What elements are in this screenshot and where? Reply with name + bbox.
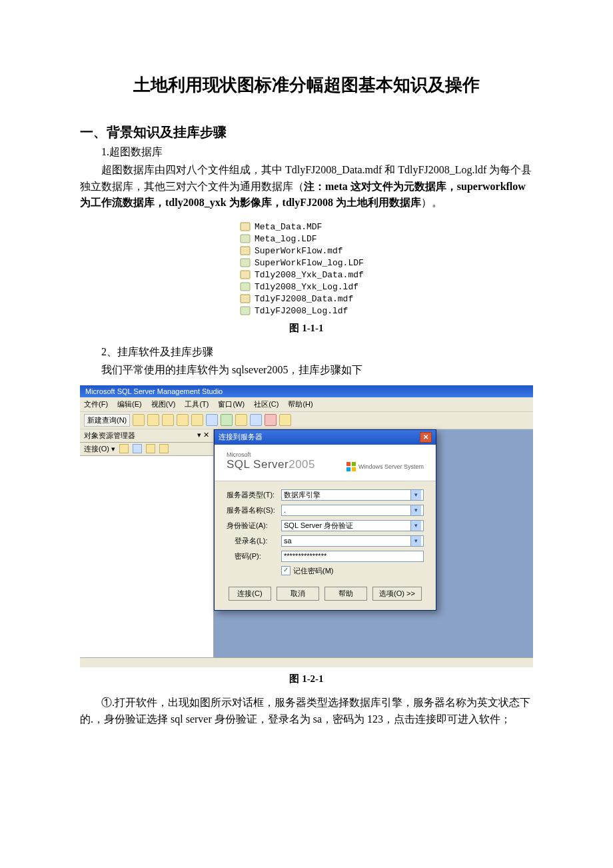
toolbar-icon[interactable] <box>279 414 291 426</box>
toolbar-icon[interactable] <box>265 414 277 426</box>
object-explorer-title: 对象资源管理器 <box>84 431 135 441</box>
doc-title: 土地利用现状图标准分幅超图基本知识及操作 <box>80 73 533 97</box>
toolbar-icon[interactable] <box>206 414 218 426</box>
oe-toolbar-icon[interactable] <box>159 444 169 453</box>
chevron-down-icon[interactable]: ▾ <box>410 536 421 546</box>
menu-edit[interactable]: 编辑(E) <box>117 399 142 409</box>
svg-rect-11 <box>352 467 356 471</box>
db-ldf-icon <box>240 257 251 268</box>
ssms-menubar: 文件(F) 编辑(E) 视图(V) 工具(T) 窗口(W) 社区(C) 帮助(H… <box>80 397 533 411</box>
brand-microsoft: Microsoft <box>227 451 315 458</box>
list-item: Meta_Data.MDF <box>240 221 373 233</box>
login-label: 登录名(L): <box>227 536 281 546</box>
new-query-button[interactable]: 新建查询(N) <box>84 414 130 427</box>
connect-dialog: 连接到服务器 ✕ Microsoft SQL Server2005 <box>214 429 436 611</box>
menu-file[interactable]: 文件(F) <box>84 399 108 409</box>
remember-password-label: 记住密码(M) <box>293 566 334 576</box>
file-name: SuperWorkFlow.mdf <box>255 246 343 256</box>
svg-rect-4 <box>241 271 250 279</box>
db-mdf-icon <box>240 293 251 304</box>
ssms-titlebar: Microsoft SQL Server Management Studio <box>80 385 533 397</box>
server-name-combo[interactable]: .▾ <box>281 505 424 516</box>
chevron-down-icon[interactable]: ▾ <box>410 490 421 500</box>
remember-password-checkbox[interactable]: ✓ <box>281 566 291 575</box>
svg-rect-1 <box>241 235 250 243</box>
login-combo[interactable]: sa▾ <box>281 535 424 547</box>
menu-help[interactable]: 帮助(H) <box>288 399 312 409</box>
file-name: SuperWorkFlow_log.LDF <box>255 258 364 268</box>
sub-2: 2、挂库软件及挂库步骤 <box>80 344 533 361</box>
toolbar-icon[interactable] <box>147 414 159 426</box>
fig-2-caption: 图 1-2-1 <box>80 673 533 685</box>
object-explorer-content <box>80 456 213 657</box>
help-button[interactable]: 帮助 <box>324 587 367 601</box>
para-3: ①.打开软件，出现如图所示对话框，服务器类型选择数据库引擎，服务器名称为英文状态… <box>80 695 533 728</box>
ssms-toolbar: 新建查询(N) <box>80 411 533 429</box>
list-item: SuperWorkFlow_log.LDF <box>240 257 373 269</box>
oe-toolbar-icon[interactable] <box>133 444 142 453</box>
para-1-b: ）。 <box>421 197 442 208</box>
svg-rect-10 <box>346 467 350 471</box>
menu-community[interactable]: 社区(C) <box>254 399 279 409</box>
svg-rect-8 <box>346 462 350 466</box>
brand-windows-server: Windows Server System <box>358 463 424 470</box>
list-item: TdlyFJ2008_Data.mdf <box>240 293 373 305</box>
dialog-brand: Microsoft SQL Server2005 Windows Server … <box>215 445 436 481</box>
oe-toolbar-icon[interactable] <box>146 444 155 453</box>
ssms-window: Microsoft SQL Server Management Studio 文… <box>80 385 533 667</box>
list-item: SuperWorkFlow.mdf <box>240 245 373 257</box>
svg-rect-0 <box>241 223 250 231</box>
toolbar-icon[interactable] <box>235 414 247 426</box>
para-2: 我们平常使用的挂库软件为 sqlsever2005，挂库步骤如下 <box>80 362 533 379</box>
fig-1-caption: 图 1-1-1 <box>80 322 533 335</box>
server-type-combo[interactable]: 数据库引擎▾ <box>281 489 424 501</box>
db-ldf-icon <box>240 281 251 292</box>
file-name: Meta_Data.MDF <box>255 222 322 232</box>
menu-tools[interactable]: 工具(T) <box>185 399 209 409</box>
file-name: Meta_log.LDF <box>255 234 317 244</box>
svg-rect-2 <box>241 247 250 255</box>
toolbar-icon[interactable] <box>250 414 262 426</box>
auth-label: 身份验证(A): <box>227 521 281 531</box>
windows-flag-icon <box>346 462 356 471</box>
toolbar-icon[interactable] <box>191 414 203 426</box>
db-mdf-icon <box>240 245 251 256</box>
db-mdf-icon <box>240 221 251 232</box>
chevron-down-icon[interactable]: ▾ <box>410 521 421 531</box>
svg-rect-7 <box>241 307 250 315</box>
list-item: Meta_log.LDF <box>240 233 373 245</box>
svg-rect-6 <box>241 295 250 303</box>
connect-button[interactable]: 连接(C) <box>229 587 271 601</box>
file-list: Meta_Data.MDF Meta_log.LDF SuperWorkFlow… <box>240 221 373 317</box>
brand-sqlserver: SQL Server2005 <box>227 458 315 471</box>
file-name: Tdly2008_Yxk_Log.ldf <box>255 282 358 292</box>
toolbar-icon[interactable] <box>133 414 145 426</box>
db-ldf-icon <box>240 233 251 244</box>
password-label: 密码(P): <box>227 551 281 561</box>
list-item: Tdly2008_Yxk_Log.ldf <box>240 281 373 293</box>
panel-pin-close-icon[interactable]: ▾ ✕ <box>197 431 209 441</box>
password-field[interactable]: *************** <box>281 551 424 562</box>
options-button[interactable]: 选项(O) >> <box>372 587 422 601</box>
menu-window[interactable]: 窗口(W) <box>218 399 245 409</box>
object-explorer: 对象资源管理器 ▾ ✕ 连接(O) ▾ <box>80 429 214 657</box>
section-1-header: 一、背景知识及挂库步骤 <box>80 123 533 141</box>
svg-rect-5 <box>241 283 250 291</box>
cancel-button[interactable]: 取消 <box>277 587 319 601</box>
sub-1: 1.超图数据库 <box>80 144 533 161</box>
toolbar-icon[interactable] <box>162 414 174 426</box>
close-icon[interactable]: ✕ <box>420 432 432 443</box>
chevron-down-icon[interactable]: ▾ <box>410 505 421 515</box>
db-ldf-icon <box>240 305 251 316</box>
toolbar-icon[interactable] <box>177 414 189 426</box>
ssms-main-area: 连接到服务器 ✕ Microsoft SQL Server2005 <box>214 429 533 657</box>
auth-combo[interactable]: SQL Server 身份验证▾ <box>281 520 424 531</box>
oe-toolbar-icon[interactable] <box>119 444 129 453</box>
para-1: 超图数据库由四对八个文件组成，其中 TdlyFJ2008_Data.mdf 和 … <box>80 162 533 211</box>
file-name: TdlyFJ2008_Log.ldf <box>255 306 348 316</box>
server-name-label: 服务器名称(S): <box>227 505 281 515</box>
menu-view[interactable]: 视图(V) <box>151 399 176 409</box>
oe-connect-button[interactable]: 连接(O) ▾ <box>84 444 115 454</box>
toolbar-icon[interactable] <box>221 414 233 426</box>
dialog-title: 连接到服务器 <box>219 432 263 442</box>
